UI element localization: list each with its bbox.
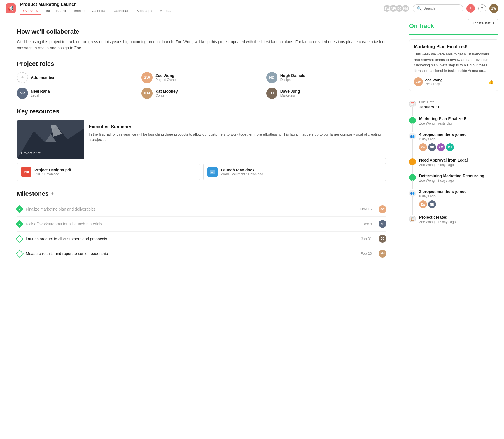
due-date-label: Due Date (419, 100, 498, 104)
sidebar: On track Update status Marketing Plan Fi… (403, 17, 504, 439)
nav-calendar[interactable]: Calendar (89, 8, 109, 15)
add-member-item[interactable]: + Add member (17, 72, 137, 83)
resource-image-subtitle: Project brief (21, 151, 60, 155)
header-title-area: Product Marketing Launch Overview List B… (20, 2, 174, 15)
add-resource-button[interactable]: + (62, 108, 65, 114)
create-button[interactable]: + (466, 4, 475, 13)
timeline-resourcing: Determining Marketing Resourcing Zoe Won… (409, 170, 498, 186)
activity-timeline: 📅 Due Date January 31 Marketing Plan Fin… (409, 97, 498, 227)
main-layout: How we'll collaborate We'll be using thi… (0, 17, 504, 439)
roles-section: Project roles + Add member ZW Zoe Wong P… (17, 60, 386, 99)
svg-text:PDF: PDF (24, 171, 29, 174)
resources-section: Key resources + Launch Strategy Project … (17, 108, 386, 181)
add-member-icon[interactable]: + (17, 72, 28, 83)
role-neel: NR Neel Rana Legal (17, 88, 137, 99)
resource-file-doc[interactable]: Launch Plan.docx Word Document • Downloa… (203, 163, 386, 181)
role-name-kat: Kat Mooney (155, 89, 178, 94)
timeline-4-members: 👥 4 project members joined 2 days ago ZW… (409, 129, 498, 155)
milestones-list: ✓ Finalize marketing plan and deliverabl… (17, 202, 386, 261)
app-header: 📢 Product Marketing Launch Overview List… (0, 0, 504, 17)
resource-text: Executive Summary In the first half of t… (84, 120, 386, 159)
timeline-approval: Need Approval from Legal Zoe Wong 2 days… (409, 155, 498, 170)
role-kat: KM Kat Mooney Content (141, 88, 262, 99)
nav-messages[interactable]: Messages (134, 8, 156, 15)
approval-sub: Zoe Wong 2 days ago (419, 163, 498, 167)
roles-grid: + Add member ZW Zoe Wong Project Owner H… (17, 72, 386, 99)
due-date-icon: 📅 (409, 101, 416, 107)
milestone-1-avatar: ZW (379, 205, 386, 213)
role-dave: DJ Dave Jung Marketing (266, 88, 386, 99)
file-info-doc: Launch Plan.docx Word Document • Downloa… (221, 168, 263, 176)
milestone-4-date: Feb 20 (361, 251, 372, 256)
like-button[interactable]: 👍 (488, 79, 494, 85)
role-info-zoe: Zoe Wong Project Owner (155, 73, 177, 82)
add-member-label-area: Add member (31, 75, 55, 80)
status-author-name: Zoe Wong (425, 78, 443, 82)
milestone-4: Measure results and report to senior lea… (17, 246, 386, 261)
search-icon: 🔍 (417, 6, 422, 11)
approval-dot (409, 158, 416, 165)
two-members-icon: 👥 (409, 190, 416, 197)
avatar-kat: KM (402, 4, 409, 12)
role-info-kat: Kat Mooney Content (155, 89, 178, 97)
executive-summary-title: Executive Summary (89, 124, 382, 129)
nav-list[interactable]: List (41, 8, 53, 15)
app-logo: 📢 (6, 3, 16, 13)
role-info-dave: Dave Jung Marketing (280, 89, 300, 97)
due-date-content: Due Date January 31 (419, 100, 498, 110)
pdf-svg: PDF (23, 169, 29, 175)
timeline-project-created: 📋 Project created Zoe Wong 12 days ago (409, 212, 498, 227)
milestone-2: ✓ Kick off workstreams for all launch ma… (17, 217, 386, 232)
collaboration-section: How we'll collaborate We'll be using thi… (17, 28, 386, 51)
member2-av-1: ZW (419, 200, 427, 208)
role-zoe: ZW Zoe Wong Project Owner (141, 72, 262, 83)
nav-board[interactable]: Board (53, 8, 69, 15)
role-name-zoe: Zoe Wong (155, 73, 177, 78)
main-content: How we'll collaborate We'll be using thi… (0, 17, 403, 439)
four-members-icon: 👥 (409, 133, 416, 139)
milestone-1-label: Finalize marketing plan and deliverables (26, 207, 357, 211)
milestone-1: ✓ Finalize marketing plan and deliverabl… (17, 202, 386, 217)
four-members-title: 4 project members joined (419, 132, 498, 137)
member2-av-2: NR (428, 200, 436, 208)
milestones-header: Milestones + (17, 190, 386, 197)
milestone-2-date: Dec 8 (362, 222, 372, 226)
status-card-text: This week we were able to get all stakeh… (414, 52, 494, 73)
milestone-3-date: Jan 31 (361, 237, 372, 241)
milestone-4-avatar: KM (379, 250, 386, 258)
team-avatars: ZW NR DJ KM (383, 4, 409, 12)
nav-more[interactable]: More... (157, 8, 173, 15)
project-created-icon: 📋 (409, 216, 416, 222)
avatar-neel-role: NR (17, 88, 28, 99)
nav-timeline[interactable]: Timeline (69, 8, 88, 15)
status-progress-bar (409, 34, 498, 35)
collaboration-text: We'll be using this project to track our… (17, 39, 386, 51)
help-button[interactable]: ? (478, 4, 486, 12)
milestone-2-avatar: NR (379, 220, 386, 228)
doc-icon (207, 167, 218, 177)
role-name-hugh: Hugh Daniels (280, 73, 305, 78)
collaboration-title: How we'll collaborate (17, 28, 386, 35)
role-name-dave: Dave Jung (280, 89, 300, 94)
resourcing-dot (409, 174, 416, 181)
due-date-value: January 31 (419, 105, 498, 109)
add-member-label: Add member (31, 75, 55, 80)
search-input[interactable] (423, 6, 459, 10)
resource-card-large[interactable]: Launch Strategy Project brief Executive … (17, 120, 386, 159)
search-box[interactable]: 🔍 (413, 4, 463, 12)
resource-file-pdf[interactable]: PDF Project Designs.pdf PDF • Download (17, 163, 200, 181)
nav-overview[interactable]: Overview (20, 8, 41, 15)
role-title-zoe: Project Owner (155, 78, 177, 82)
user-avatar[interactable]: ZW (489, 4, 498, 13)
update-status-button[interactable]: Update status (468, 19, 498, 27)
status-header: On track Update status (409, 22, 498, 31)
nav-dashboard[interactable]: Dashboard (110, 8, 134, 15)
marketing-plan-dot (409, 117, 416, 124)
role-info-hugh: Hugh Daniels Design (280, 73, 305, 82)
resourcing-sub: Zoe Wong 3 days ago (419, 179, 498, 183)
status-card: Marketing Plan Finalized! This week we w… (409, 39, 498, 91)
add-milestone-button[interactable]: + (51, 191, 54, 197)
status-card-title: Marketing Plan Finalized! (414, 44, 494, 49)
timeline-marketing-plan: Marketing Plan Finalized! Zoe Wong Yeste… (409, 113, 498, 129)
avatar-zoe-role: ZW (141, 72, 153, 83)
